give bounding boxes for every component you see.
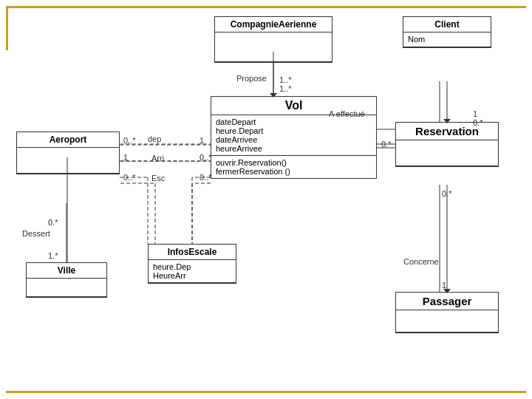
label-dessert: Dessert bbox=[22, 229, 50, 238]
vol-attr-3: dateArrivee bbox=[216, 135, 372, 144]
infos-escale-class: InfosEscale heure.Dep HeureArr bbox=[148, 244, 236, 284]
ville-attrs bbox=[27, 279, 106, 297]
reservation-class: Reservation bbox=[395, 122, 499, 167]
infos-escale-attrs: heure.Dep HeureArr bbox=[149, 260, 236, 283]
infos-attr-1: heure.Dep bbox=[153, 262, 231, 271]
label-1star-1: 1..* bbox=[279, 75, 292, 84]
label-0star-res-bottom: 0.* bbox=[442, 189, 451, 198]
label-0star-arri-v: 0..* bbox=[200, 153, 212, 162]
ville-class: Ville bbox=[26, 262, 107, 298]
label-arri: Arri bbox=[151, 154, 164, 163]
label-dep: dep bbox=[148, 134, 161, 143]
label-0star-dessert-a: 0.* bbox=[48, 218, 58, 227]
vol-methods: ouvrir.Reservation() fermerReservation (… bbox=[211, 156, 376, 178]
client-attr-nom: Nom bbox=[408, 35, 486, 44]
label-1-client: 1 bbox=[473, 109, 477, 118]
label-1star-dessert-v: 1.* bbox=[48, 251, 58, 260]
compagnie-name: CompagnieAerienne bbox=[215, 17, 332, 33]
label-0star-esc-v: 0..* bbox=[200, 173, 212, 182]
passager-name: Passager bbox=[396, 293, 498, 310]
vol-attrs: dateDepart heure.Depart dateArrivee heur… bbox=[211, 115, 376, 156]
aeroport-name: Aeroport bbox=[17, 132, 119, 148]
label-1star-2: 1..* bbox=[279, 84, 292, 93]
label-a-effectue: A effectué bbox=[329, 109, 365, 118]
label-1-passager: 1 bbox=[442, 281, 446, 290]
compagnie-class: CompagnieAerienne bbox=[214, 16, 332, 63]
vol-attr-4: heureArrivee bbox=[216, 144, 372, 153]
reservation-attrs bbox=[396, 140, 498, 166]
vol-class: Vol dateDepart heure.Depart dateArrivee … bbox=[211, 96, 377, 179]
infos-escale-name: InfosEscale bbox=[149, 245, 236, 260]
label-propose: Propose bbox=[236, 74, 267, 83]
border-bottom bbox=[6, 391, 526, 393]
label-0star-res-top: 0.* bbox=[473, 118, 482, 127]
label-1-dep-v: 1 bbox=[200, 136, 204, 145]
compagnie-attrs bbox=[215, 33, 332, 62]
client-name: Client bbox=[403, 17, 491, 33]
border-top bbox=[6, 6, 526, 8]
client-class: Client Nom bbox=[403, 16, 491, 48]
passager-class: Passager bbox=[395, 292, 499, 333]
label-0star-dep-a: 0..* bbox=[123, 136, 136, 145]
passager-attrs bbox=[396, 310, 498, 332]
border-left bbox=[6, 6, 8, 50]
vol-attr-1: dateDepart bbox=[216, 117, 372, 126]
label-concerne: Concerne bbox=[403, 257, 439, 266]
label-esc: Esc bbox=[151, 174, 165, 183]
label-1-arri-a: 1 bbox=[123, 153, 128, 162]
aeroport-class: Aeroport bbox=[16, 132, 120, 174]
label-0star-vol-res: 0.* bbox=[381, 140, 391, 149]
infos-attr-2: HeureArr bbox=[153, 271, 231, 280]
client-attrs: Nom bbox=[403, 33, 491, 47]
aeroport-attrs bbox=[17, 148, 119, 174]
label-0star-esc-a: 0..* bbox=[123, 173, 136, 182]
vol-method-1: ouvrir.Reservation() bbox=[216, 158, 372, 167]
vol-attr-2: heure.Depart bbox=[216, 126, 372, 135]
vol-method-2: fermerReservation () bbox=[216, 167, 372, 176]
ville-name: Ville bbox=[27, 263, 106, 279]
